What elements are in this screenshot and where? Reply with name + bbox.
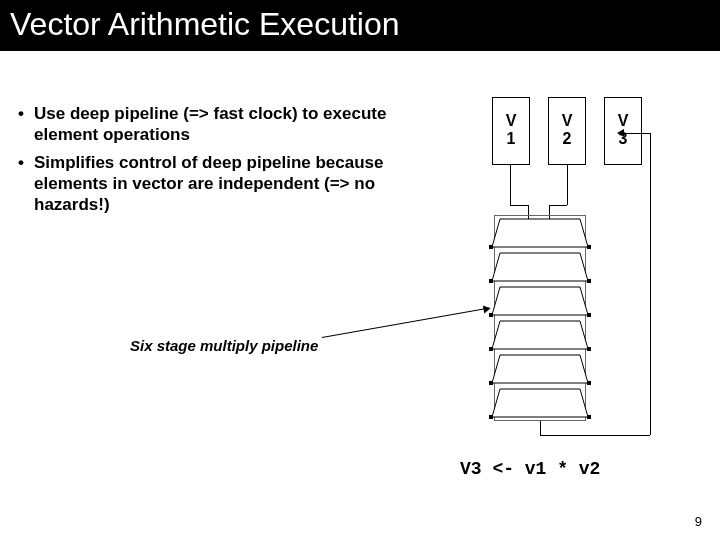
slide-title: Vector Arithmetic Execution — [0, 0, 720, 51]
bullet-item: • Simplifies control of deep pipeline be… — [18, 152, 418, 216]
wire — [549, 205, 567, 206]
bullet-marker: • — [18, 103, 34, 146]
wire — [567, 165, 568, 205]
reg-label-bot: 2 — [549, 130, 585, 148]
pipeline-stage — [490, 285, 590, 317]
wire — [650, 133, 651, 435]
bullet-marker: • — [18, 152, 34, 216]
register-v2: V 2 — [548, 97, 586, 165]
reg-label-top: V — [549, 112, 585, 130]
svg-marker-3 — [492, 321, 588, 349]
pipeline-stage — [490, 251, 590, 283]
result-expression: V3 <- v1 * v2 — [460, 459, 600, 479]
wire — [510, 165, 511, 205]
wire — [540, 435, 650, 436]
svg-marker-0 — [492, 219, 588, 247]
wire — [622, 133, 650, 134]
pipeline-stage — [490, 387, 590, 419]
svg-marker-1 — [492, 253, 588, 281]
pipeline-caption: Six stage multiply pipeline — [130, 337, 318, 354]
reg-label-top: V — [605, 112, 641, 130]
register-v1: V 1 — [492, 97, 530, 165]
svg-marker-2 — [492, 287, 588, 315]
bullet-text: Use deep pipeline (=> fast clock) to exe… — [34, 103, 418, 146]
slide-body: • Use deep pipeline (=> fast clock) to e… — [0, 51, 720, 540]
svg-marker-4 — [492, 355, 588, 383]
caption-arrow-icon — [322, 307, 490, 338]
wire — [540, 421, 541, 435]
bullet-list: • Use deep pipeline (=> fast clock) to e… — [18, 103, 418, 221]
pipeline-stage — [490, 319, 590, 351]
reg-label-top: V — [493, 112, 529, 130]
page-number: 9 — [695, 514, 702, 529]
pipeline-diagram: V 1 V 2 V 3 — [450, 97, 680, 457]
pipeline-stage — [490, 217, 590, 249]
wire — [510, 205, 528, 206]
arrowhead-icon — [617, 129, 624, 137]
pipeline-stage — [490, 353, 590, 385]
svg-marker-5 — [492, 389, 588, 417]
bullet-item: • Use deep pipeline (=> fast clock) to e… — [18, 103, 418, 146]
reg-label-bot: 1 — [493, 130, 529, 148]
bullet-text: Simplifies control of deep pipeline beca… — [34, 152, 418, 216]
